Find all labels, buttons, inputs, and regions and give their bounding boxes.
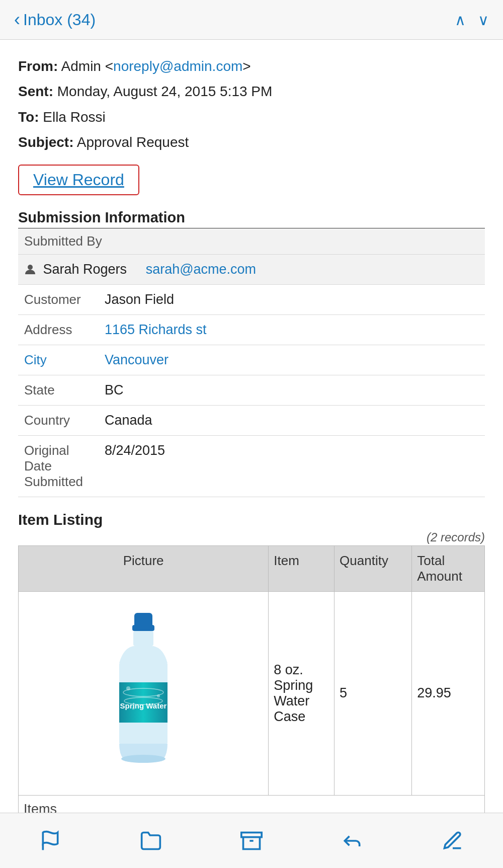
- folder-icon: [140, 830, 162, 852]
- svg-rect-3: [133, 631, 153, 646]
- city-row: City Vancouver: [18, 345, 485, 375]
- top-navigation-bar: ‹ Inbox (34) ∧ ∨: [0, 0, 503, 40]
- col-picture: Picture: [19, 545, 269, 591]
- from-line: From: Admin <noreply@admin.com>: [18, 54, 485, 79]
- country-row: Country Canada: [18, 405, 485, 435]
- email-metadata: From: Admin <noreply@admin.com> Sent: Mo…: [18, 54, 485, 155]
- next-email-button[interactable]: ∨: [478, 11, 489, 29]
- total-amount-cell: 29.95: [412, 591, 485, 795]
- back-to-inbox-button[interactable]: ‹ Inbox (34): [14, 9, 96, 30]
- nav-arrows-container: ∧ ∨: [455, 11, 489, 29]
- item-listing-title: Item Listing: [18, 511, 485, 528]
- customer-value: Jason Field: [99, 284, 485, 314]
- customer-row: Customer Jason Field: [18, 284, 485, 314]
- submitter-name: Sarah Rogers: [43, 262, 127, 277]
- view-record-container: View Record: [18, 165, 485, 195]
- flag-button[interactable]: [39, 830, 61, 852]
- reply-button[interactable]: [341, 830, 363, 852]
- previous-email-button[interactable]: ∧: [455, 11, 466, 29]
- quantity-cell: 5: [334, 591, 412, 795]
- city-value-link[interactable]: Vancouver: [105, 352, 169, 367]
- item-listing-table: Picture Item Quantity Total Amount: [18, 545, 485, 824]
- submitted-by-label: Submitted By: [18, 228, 485, 255]
- submitter-email-link[interactable]: sarah@acme.com: [146, 262, 256, 277]
- archive-icon: [240, 830, 263, 852]
- submitter-info-cell: Sarah Rogers sarah@acme.com: [18, 254, 485, 284]
- city-label-link[interactable]: City: [24, 352, 47, 367]
- svg-point-0: [28, 265, 33, 270]
- submitter-row: Sarah Rogers sarah@acme.com: [18, 254, 485, 284]
- sent-label: Sent:: [18, 84, 53, 99]
- address-value[interactable]: 1165 Richards st: [99, 314, 485, 345]
- item-name-cell: 8 oz. Spring Water Case: [269, 591, 334, 795]
- state-row: State BC: [18, 375, 485, 405]
- submission-section-title: Submission Information: [18, 209, 485, 226]
- from-label: From:: [18, 58, 58, 74]
- svg-text:Spring Water: Spring Water: [120, 701, 167, 710]
- svg-rect-2: [132, 625, 154, 631]
- to-value: Ella Rossi: [43, 109, 105, 125]
- folder-button[interactable]: [140, 830, 162, 852]
- country-label: Country: [18, 405, 99, 435]
- person-icon: [24, 264, 36, 276]
- spring-water-bottle-image: Spring Water: [93, 608, 194, 779]
- state-label: State: [18, 375, 99, 405]
- date-label: Original Date Submitted: [18, 435, 99, 497]
- date-value: 8/24/2015: [99, 435, 485, 497]
- svg-point-12: [132, 707, 135, 709]
- col-total-amount: Total Amount: [412, 545, 485, 591]
- subject-label: Subject:: [18, 134, 73, 150]
- address-label: Address: [18, 314, 99, 345]
- date-row: Original Date Submitted 8/24/2015: [18, 435, 485, 497]
- address-link[interactable]: 1165 Richards st: [105, 322, 207, 337]
- records-count: (2 records): [18, 530, 485, 544]
- col-quantity: Quantity: [334, 545, 412, 591]
- sent-line: Sent: Monday, August 24, 2015 5:13 PM: [18, 79, 485, 104]
- subject-line: Subject: Approval Request: [18, 130, 485, 155]
- reply-icon: [341, 830, 363, 852]
- sent-value: Monday, August 24, 2015 5:13 PM: [57, 84, 273, 99]
- bottom-toolbar: [0, 813, 503, 868]
- compose-icon: [442, 830, 464, 852]
- state-value: BC: [99, 375, 485, 405]
- country-value: Canada: [99, 405, 485, 435]
- address-row: Address 1165 Richards st: [18, 314, 485, 345]
- bottle-image-container: Spring Water: [24, 598, 263, 789]
- flag-icon: [39, 830, 61, 852]
- view-record-button[interactable]: View Record: [18, 165, 139, 195]
- email-header: From: Admin <noreply@admin.com> Sent: Mo…: [0, 40, 503, 497]
- customer-label: Customer: [18, 284, 99, 314]
- table-row: Spring Water: [19, 591, 485, 795]
- svg-point-10: [126, 686, 130, 690]
- inbox-label: Inbox (34): [23, 11, 96, 29]
- item-picture-cell: Spring Water: [19, 591, 269, 795]
- to-label: To:: [18, 109, 39, 125]
- archive-button[interactable]: [240, 830, 263, 852]
- compose-button[interactable]: [442, 830, 464, 852]
- svg-point-11: [157, 694, 160, 697]
- svg-rect-15: [241, 832, 262, 837]
- subject-value: Approval Request: [77, 134, 189, 150]
- submission-info-table: Submitted By Sarah Rogers sarah@acme.com…: [18, 228, 485, 497]
- from-email-link[interactable]: noreply@admin.com: [113, 58, 242, 74]
- col-item: Item: [269, 545, 334, 591]
- svg-point-13: [121, 755, 165, 763]
- item-table-header-row: Picture Item Quantity Total Amount: [19, 545, 485, 591]
- to-line: To: Ella Rossi: [18, 105, 485, 130]
- submitted-by-header-row: Submitted By: [18, 228, 485, 255]
- back-chevron-icon: ‹: [14, 9, 20, 30]
- from-name: Admin: [61, 58, 101, 74]
